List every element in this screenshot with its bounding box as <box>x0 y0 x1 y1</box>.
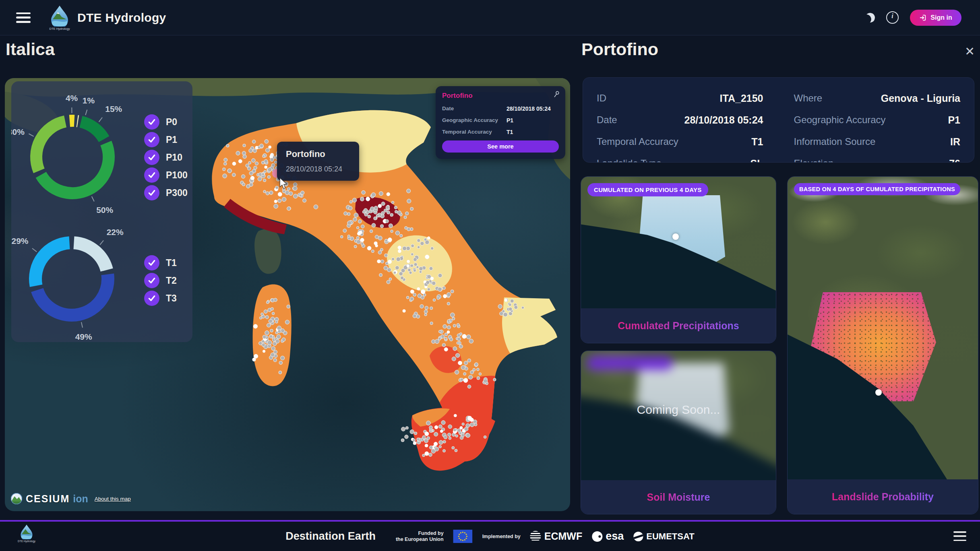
landslide-event-dot[interactable] <box>241 175 245 178</box>
landslide-event-dot[interactable] <box>429 267 433 270</box>
landslide-event-dot[interactable] <box>398 246 401 249</box>
landslide-event-dot[interactable] <box>410 297 414 301</box>
landslide-event-dot[interactable] <box>282 197 286 202</box>
landslide-event-dot[interactable] <box>372 223 376 227</box>
landslide-event-dot[interactable] <box>268 167 272 171</box>
landslide-event-dot[interactable] <box>413 269 416 272</box>
sign-in-button[interactable]: Sign in <box>910 10 961 26</box>
landslide-event-dot[interactable] <box>447 326 451 329</box>
landslide-event-dot[interactable] <box>444 435 447 439</box>
landslide-event-dot[interactable] <box>274 200 277 203</box>
landslide-event-dot[interactable] <box>441 421 445 425</box>
checkbox-checked-icon[interactable] <box>144 255 159 270</box>
landslide-event-dot[interactable] <box>461 365 465 369</box>
landslide-event-dot[interactable] <box>498 304 502 308</box>
landslide-event-dot[interactable] <box>271 163 275 167</box>
landslide-event-dot[interactable] <box>394 206 397 209</box>
landslide-event-dot[interactable] <box>261 313 264 316</box>
landslide-event-dot[interactable] <box>269 191 273 194</box>
landslide-event-dot[interactable] <box>267 323 271 327</box>
landslide-event-dot[interactable] <box>283 190 286 193</box>
landslide-event-dot[interactable] <box>419 267 423 271</box>
landslide-event-dot[interactable] <box>405 427 408 429</box>
landslide-event-dot[interactable] <box>238 159 242 163</box>
landslide-event-dot[interactable] <box>387 280 390 284</box>
landslide-event-dot[interactable] <box>430 277 434 280</box>
landslide-event-dot[interactable] <box>412 439 415 442</box>
landslide-event-dot[interactable] <box>424 310 428 314</box>
landslide-event-dot[interactable] <box>375 235 378 239</box>
landslide-event-dot[interactable] <box>271 353 275 357</box>
landslide-event-dot[interactable] <box>358 220 362 223</box>
landslide-event-dot[interactable] <box>443 440 446 443</box>
landslide-event-dot[interactable] <box>457 429 461 432</box>
landslide-event-dot[interactable] <box>429 446 433 450</box>
landslide-event-dot[interactable] <box>438 337 441 340</box>
landslide-event-dot[interactable] <box>443 450 446 452</box>
landslide-event-dot[interactable] <box>385 262 388 265</box>
landslide-probability-card[interactable]: BASED ON 4 DAYS OF CUMULATED PRECIPITATI… <box>787 176 978 514</box>
landslide-event-dot[interactable] <box>347 235 350 237</box>
landslide-event-dot[interactable] <box>387 211 390 214</box>
landslide-event-dot[interactable] <box>483 379 487 383</box>
legend-item-t1[interactable]: T1 <box>144 255 177 270</box>
legend-item-p100[interactable]: P100 <box>144 167 188 183</box>
landslide-event-dot[interactable] <box>411 253 414 256</box>
landslide-event-dot[interactable] <box>413 293 416 296</box>
landslide-event-dot[interactable] <box>438 330 441 333</box>
landslide-event-dot[interactable] <box>417 239 420 242</box>
landslide-event-dot[interactable] <box>264 170 267 173</box>
landslide-event-dot[interactable] <box>278 330 281 333</box>
landslide-event-dot[interactable] <box>470 371 474 374</box>
landslide-event-dot[interactable] <box>391 258 394 260</box>
landslide-event-dot[interactable] <box>424 313 427 316</box>
landslide-event-dot[interactable] <box>447 302 450 305</box>
landslide-event-dot[interactable] <box>463 372 466 375</box>
landslide-event-dot[interactable] <box>293 183 297 187</box>
landslide-event-dot[interactable] <box>232 173 236 177</box>
landslide-event-dot[interactable] <box>269 319 273 323</box>
landslide-event-dot[interactable] <box>457 334 460 337</box>
landslide-event-dot[interactable] <box>401 276 404 279</box>
landslide-event-dot[interactable] <box>385 219 389 223</box>
landslide-event-dot[interactable] <box>270 153 274 157</box>
legend-item-p0[interactable]: P0 <box>144 114 188 130</box>
landslide-event-dot[interactable] <box>467 335 471 339</box>
landslide-event-dot[interactable] <box>514 305 518 309</box>
landslide-event-dot[interactable] <box>356 227 359 229</box>
landslide-event-dot[interactable] <box>421 296 424 299</box>
landslide-event-dot[interactable] <box>463 378 468 383</box>
legend-item-t3[interactable]: T3 <box>144 291 177 306</box>
landslide-event-dot[interactable] <box>260 144 263 148</box>
landslide-event-dot[interactable] <box>457 324 459 326</box>
landslide-event-dot[interactable] <box>438 274 442 278</box>
map-canvas[interactable]: 4%1%15%50%30% P0 P1 P10 P100 P300 <box>5 78 570 511</box>
landslide-event-dot[interactable] <box>448 425 452 429</box>
landslide-event-dot[interactable] <box>275 320 278 323</box>
landslide-event-dot[interactable] <box>403 310 405 312</box>
landslide-event-dot[interactable] <box>227 169 232 173</box>
landslide-event-dot[interactable] <box>271 307 273 310</box>
landslide-event-dot[interactable] <box>437 297 440 299</box>
landslide-event-dot[interactable] <box>407 227 410 231</box>
landslide-event-dot[interactable] <box>466 433 470 437</box>
landslide-event-dot[interactable] <box>267 341 272 345</box>
landslide-event-dot[interactable] <box>348 206 352 210</box>
landslide-event-dot[interactable] <box>262 343 265 347</box>
landslide-event-dot[interactable] <box>452 357 456 361</box>
landslide-event-dot[interactable] <box>477 377 480 380</box>
landslide-event-dot[interactable] <box>273 359 277 362</box>
legend-item-t2[interactable]: T2 <box>144 273 177 288</box>
landslide-event-dot[interactable] <box>389 278 392 281</box>
landslide-event-dot[interactable] <box>271 347 275 351</box>
landslide-event-dot[interactable] <box>438 425 442 428</box>
landslide-event-dot[interactable] <box>410 430 414 434</box>
landslide-event-dot[interactable] <box>444 348 448 351</box>
landslide-event-dot[interactable] <box>462 334 466 338</box>
landslide-event-dot[interactable] <box>462 423 464 425</box>
landslide-event-dot[interactable] <box>474 423 477 426</box>
landslide-event-dot[interactable] <box>272 312 275 315</box>
landslide-event-dot[interactable] <box>447 433 451 437</box>
landslide-event-dot[interactable] <box>249 149 253 153</box>
landslide-event-dot[interactable] <box>374 217 377 220</box>
